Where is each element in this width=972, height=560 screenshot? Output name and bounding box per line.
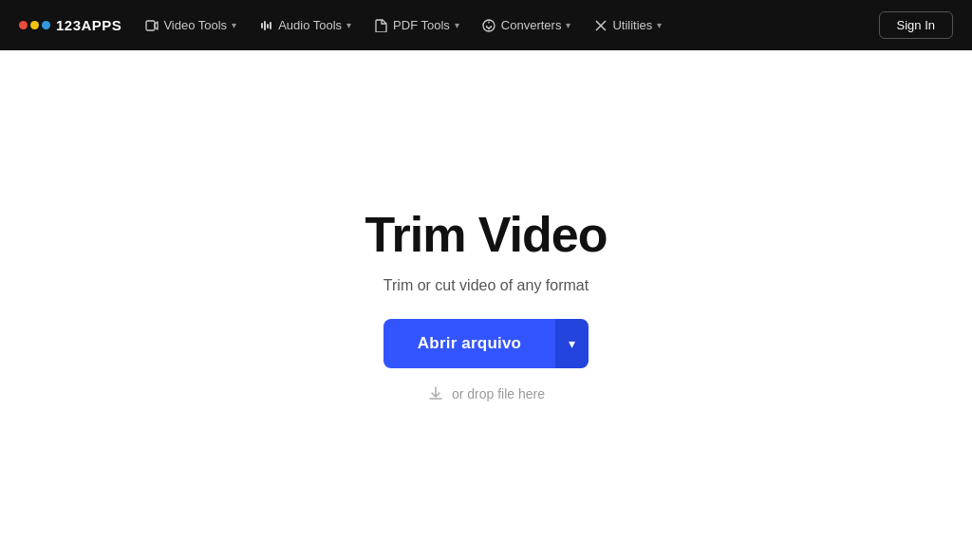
logo[interactable]: 123APPS (19, 17, 122, 33)
nav-item-pdf-tools[interactable]: PDF Tools ▾ (364, 12, 469, 38)
video-icon (144, 18, 159, 32)
chevron-down-icon-pdf: ▾ (455, 20, 459, 30)
logo-text: 123APPS (56, 17, 122, 33)
drop-label: or drop file here (452, 386, 545, 401)
nav-label-converters: Converters (501, 18, 562, 32)
navbar: 123APPS Video Tools ▾ Audio Tools ▾ (0, 0, 972, 50)
open-file-dropdown-button[interactable]: ▾ (555, 319, 589, 368)
nav-item-utilities[interactable]: Utilities ▾ (584, 12, 671, 38)
sign-in-button[interactable]: Sign In (879, 11, 953, 39)
svg-rect-4 (270, 22, 271, 29)
dot-blue (42, 21, 50, 29)
nav-item-video-tools[interactable]: Video Tools ▾ (135, 12, 246, 38)
nav-label-video-tools: Video Tools (163, 18, 227, 32)
nav-item-converters[interactable]: Converters ▾ (473, 12, 581, 38)
svg-rect-0 (146, 21, 155, 30)
svg-rect-2 (264, 21, 266, 30)
pdf-icon (374, 18, 388, 32)
svg-rect-3 (267, 24, 269, 28)
download-icon (427, 385, 444, 402)
utilities-icon (593, 18, 608, 32)
chevron-down-icon-utilities: ▾ (657, 20, 662, 30)
main-content: Trim Video Trim or cut video of any form… (0, 50, 972, 560)
dot-yellow (30, 21, 39, 29)
page-subtitle: Trim or cut video of any format (383, 277, 589, 294)
svg-rect-1 (261, 23, 263, 28)
nav-label-utilities: Utilities (612, 18, 652, 32)
chevron-down-icon: ▾ (232, 20, 236, 30)
audio-icon (259, 18, 273, 32)
page-title: Trim Video (365, 208, 608, 262)
open-file-button[interactable]: Abrir arquivo (383, 319, 555, 368)
dot-red (19, 21, 28, 29)
nav-item-audio-tools[interactable]: Audio Tools ▾ (250, 12, 361, 38)
nav-label-audio-tools: Audio Tools (278, 18, 342, 32)
drop-area: or drop file here (427, 385, 545, 402)
converters-icon (482, 18, 496, 32)
chevron-down-icon-audio: ▾ (346, 20, 351, 30)
nav-label-pdf-tools: PDF Tools (393, 18, 450, 32)
open-file-wrapper: Abrir arquivo ▾ (383, 319, 589, 368)
chevron-down-icon-file: ▾ (569, 336, 575, 351)
chevron-down-icon-converters: ▾ (566, 20, 570, 30)
